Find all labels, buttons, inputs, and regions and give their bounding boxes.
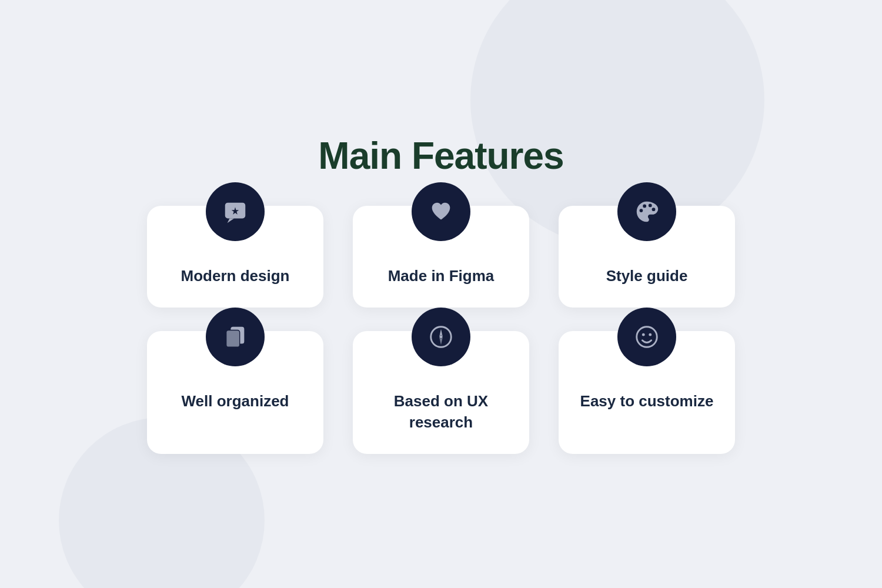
easy-customize-body: Easy to customize (580, 391, 714, 412)
modern-design-icon-circle (206, 182, 265, 241)
heart-icon (427, 198, 455, 225)
features-grid: Modern design Made in Figma (147, 206, 735, 453)
svg-marker-1 (228, 219, 235, 223)
modern-design-label: Modern design (181, 266, 290, 286)
made-in-figma-label: Made in Figma (388, 266, 495, 286)
svg-point-13 (642, 333, 645, 336)
svg-point-3 (643, 205, 646, 208)
modern-design-body: Modern design (181, 266, 290, 286)
feature-card-made-in-figma: Made in Figma (353, 206, 529, 308)
made-in-figma-icon-circle (412, 182, 470, 241)
svg-point-5 (652, 208, 656, 212)
feature-card-ux-research: Based on UX research (353, 331, 529, 453)
svg-rect-7 (226, 330, 240, 348)
copy-icon (222, 323, 249, 350)
feature-card-well-organized: Well organized (147, 331, 323, 453)
smiley-icon (633, 323, 660, 350)
well-organized-label: Well organized (182, 391, 289, 412)
well-organized-icon-circle (206, 308, 265, 366)
page-content: Main Features Modern design (147, 134, 735, 453)
svg-point-2 (640, 209, 643, 213)
page-title: Main Features (318, 134, 563, 178)
ux-research-icon-circle (412, 308, 470, 366)
style-guide-body: Style guide (606, 266, 688, 286)
style-guide-icon-circle (617, 182, 676, 241)
sparkle-icon (222, 198, 249, 225)
svg-point-12 (637, 327, 657, 348)
ux-research-label: Based on UX research (394, 391, 488, 432)
well-organized-body: Well organized (182, 391, 289, 412)
svg-point-4 (649, 204, 652, 208)
style-guide-label: Style guide (606, 266, 688, 286)
palette-icon (633, 198, 660, 225)
feature-card-modern-design: Modern design (147, 206, 323, 308)
feature-card-style-guide: Style guide (559, 206, 735, 308)
compass-icon (427, 323, 455, 350)
made-in-figma-body: Made in Figma (388, 266, 495, 286)
svg-point-14 (649, 333, 652, 336)
easy-customize-label: Easy to customize (580, 391, 714, 412)
ux-research-body: Based on UX research (394, 391, 488, 432)
easy-customize-icon-circle (617, 308, 676, 366)
feature-card-easy-customize: Easy to customize (559, 331, 735, 453)
